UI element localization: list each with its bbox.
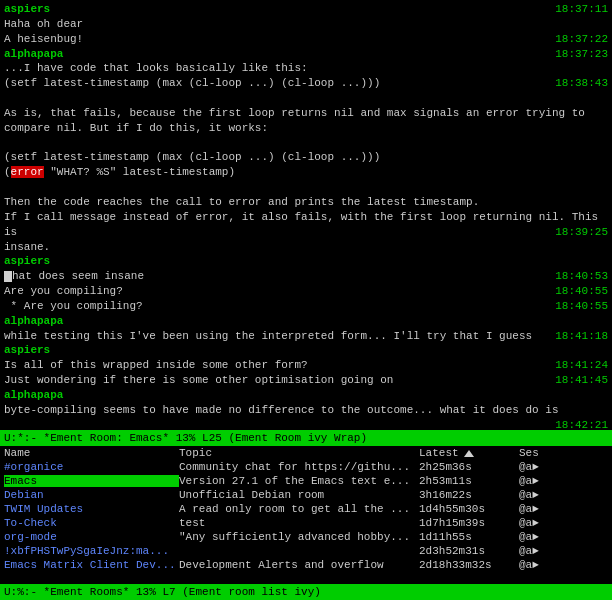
room-name[interactable]: Debian	[4, 489, 179, 501]
text-cursor	[4, 271, 12, 282]
room-latest: 1d4h55m30s	[419, 503, 519, 515]
timestamp: 18:39:25	[555, 225, 608, 240]
status-text-bottom: U:%:- *Ement Rooms* 13% L7 (Ement room l…	[4, 586, 321, 598]
message-line: Just wondering if there is some other op…	[4, 373, 608, 388]
message-line: A heisenbug!18:37:22	[4, 32, 608, 47]
username: aspiers	[4, 255, 50, 267]
room-name[interactable]: Emacs	[4, 475, 179, 487]
message-group: alphapapa	[4, 388, 608, 403]
timestamp: 18:37:23	[555, 47, 608, 62]
room-topic: Unofficial Debian room	[179, 489, 419, 501]
message-group: alphapapa 18:37:23	[4, 47, 608, 62]
sort-asc-icon	[464, 450, 474, 457]
message-line: ...I have code that looks basically like…	[4, 61, 608, 76]
room-name[interactable]: org-mode	[4, 531, 179, 543]
message-line: (setf latest-timestamp (max (cl-loop ...…	[4, 76, 608, 91]
timestamp: 18:40:55	[555, 284, 608, 299]
room-row[interactable]: Emacs Version 27.1 of the Emacs text e..…	[0, 474, 612, 488]
message-group: aspiers	[4, 343, 608, 358]
message-line: hat does seem insane18:40:53	[4, 269, 608, 284]
message-line: (error "WHAT? %S" latest-timestamp)	[4, 165, 608, 180]
room-row[interactable]: !xbfPHSTwPySgaIeJnz:ma... 2d3h52m31s @a►	[0, 544, 612, 558]
room-latest: 2d3h52m31s	[419, 545, 519, 557]
timestamp: 18:37:22	[555, 32, 608, 47]
timestamp: 18:40:53	[555, 269, 608, 284]
message-group: aspiers	[4, 254, 608, 269]
room-ses: @a►	[519, 461, 579, 473]
room-latest: 1d7h15m39s	[419, 517, 519, 529]
timestamp: 18:40:55	[555, 299, 608, 314]
timestamp: 18:41:18	[555, 329, 608, 344]
room-latest: 3h16m22s	[419, 489, 519, 501]
chat-area: aspiers 18:37:11 Haha oh dear A heisenbu…	[0, 0, 612, 430]
room-ses: @a►	[519, 503, 579, 515]
message-line: Is all of this wrapped inside some other…	[4, 358, 608, 373]
room-topic: Development Alerts and overflow	[179, 559, 419, 571]
room-topic: Community chat for https://githu...	[179, 461, 419, 473]
username: alphapapa	[4, 389, 63, 401]
room-row[interactable]: TWIM Updates A read only room to get all…	[0, 502, 612, 516]
room-topic: test	[179, 517, 419, 529]
message-group: alphapapa	[4, 314, 608, 329]
message-line: while testing this I've been using the i…	[4, 329, 608, 344]
timestamp: 18:38:43	[555, 76, 608, 91]
message-line: * Are you compiling?18:40:55	[4, 299, 608, 314]
room-row[interactable]: Emacs Matrix Client Dev... Development A…	[0, 558, 612, 572]
room-latest: 2h53m11s	[419, 475, 519, 487]
timestamp: 18:42:21	[555, 418, 608, 430]
room-name[interactable]: TWIM Updates	[4, 503, 179, 515]
col-latest: Latest	[419, 447, 519, 459]
room-name[interactable]: #organice	[4, 461, 179, 473]
room-topic: "Any sufficiently advanced hobby...	[179, 531, 419, 543]
username: aspiers	[4, 3, 50, 15]
message-line	[4, 136, 608, 151]
room-row[interactable]: org-mode "Any sufficiently advanced hobb…	[0, 530, 612, 544]
message-line	[4, 91, 608, 106]
message-line: As is, that fails, because the first loo…	[4, 106, 608, 121]
status-bar-bottom: U:%:- *Ement Rooms* 13% L7 (Ement room l…	[0, 584, 612, 600]
username: alphapapa	[4, 48, 63, 60]
room-ses: @a►	[519, 517, 579, 529]
room-topic	[179, 545, 419, 557]
message-line: If I call message instead of error, it a…	[4, 210, 608, 240]
room-ses: @a►	[519, 475, 579, 487]
message-line: insane.	[4, 240, 608, 255]
room-ses: @a►	[519, 545, 579, 557]
room-name[interactable]: To-Check	[4, 517, 179, 529]
col-name: Name	[4, 447, 179, 459]
message-line: Are you compiling?18:40:55	[4, 284, 608, 299]
room-row[interactable]: #organice Community chat for https://git…	[0, 460, 612, 474]
room-name[interactable]: !xbfPHSTwPySgaIeJnz:ma...	[4, 545, 179, 557]
col-topic: Topic	[179, 447, 419, 459]
message-line: Then the code reaches the call to error …	[4, 195, 608, 210]
room-ses: @a►	[519, 559, 579, 571]
rooms-table-header: Name Topic Latest Ses	[0, 446, 612, 460]
message-group: aspiers 18:37:11	[4, 2, 608, 17]
room-row[interactable]: Debian Unofficial Debian room 3h16m22s @…	[0, 488, 612, 502]
room-name[interactable]: Emacs Matrix Client Dev...	[4, 559, 179, 571]
username: alphapapa	[4, 315, 63, 327]
room-row[interactable]: To-Check test 1d7h15m39s @a►	[0, 516, 612, 530]
room-topic: Version 27.1 of the Emacs text e...	[179, 475, 419, 487]
timestamp: 18:41:24	[555, 358, 608, 373]
col-ses: Ses	[519, 447, 579, 459]
username: aspiers	[4, 344, 50, 356]
message-line	[4, 180, 608, 195]
rooms-area: Name Topic Latest Ses #organice Communit…	[0, 446, 612, 584]
room-topic: A read only room to get all the ...	[179, 503, 419, 515]
message-line: compare nil. But if I do this, it works:	[4, 121, 608, 136]
message-line: (setf latest-timestamp (max (cl-loop ...…	[4, 150, 608, 165]
room-ses: @a►	[519, 531, 579, 543]
status-text-top: U:*:- *Ement Room: Emacs* 13% L25 (Ement…	[4, 432, 608, 444]
room-ses: @a►	[519, 489, 579, 501]
room-latest: 2h25m36s	[419, 461, 519, 473]
message-line: byte-compiling seems to have made no dif…	[4, 403, 608, 418]
timestamp: 18:37:11	[555, 2, 608, 17]
room-latest: 2d18h33m32s	[419, 559, 519, 571]
room-latest: 1d11h55s	[419, 531, 519, 543]
error-highlight: error	[11, 166, 44, 178]
status-bar-top: U:*:- *Ement Room: Emacs* 13% L25 (Ement…	[0, 430, 612, 446]
timestamp: 18:41:45	[555, 373, 608, 388]
message-line: Haha oh dear	[4, 17, 608, 32]
